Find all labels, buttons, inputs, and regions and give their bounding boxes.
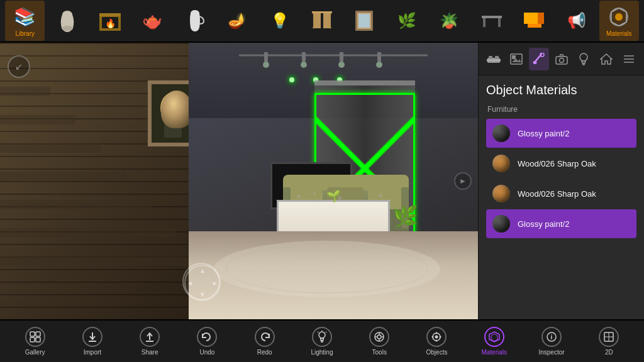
bottom-undo[interactable]: Undo — [179, 322, 235, 361]
bottom-import[interactable]: Import — [65, 322, 120, 361]
bottom-gallery[interactable]: Gallery — [8, 322, 63, 361]
panel-toolbar — [479, 43, 644, 75]
svg-marker-74 — [601, 54, 612, 64]
objects-label: Objects — [426, 349, 448, 356]
panel-sofa-icon[interactable] — [484, 48, 504, 70]
svg-rect-35 — [302, 52, 306, 62]
plant: 🌿 — [393, 204, 418, 228]
share-icon — [140, 327, 160, 347]
svg-point-101 — [436, 340, 438, 342]
svg-point-30 — [160, 92, 186, 124]
toolbar-item-frame[interactable] — [345, 1, 384, 41]
svg-rect-27 — [0, 115, 75, 124]
inspector-icon: i — [541, 327, 562, 347]
material-name-2: Wood/026 Sharp Oak — [518, 159, 630, 168]
toolbar-materials-label: Materials — [606, 30, 632, 37]
bottom-objects[interactable]: Objects — [409, 322, 464, 361]
svg-point-70 — [559, 58, 564, 62]
main-scene[interactable]: 🌿 🌱 ▲ ▼ ◄ ► — [0, 43, 478, 319]
svg-rect-80 — [30, 337, 35, 342]
svg-text:i: i — [551, 334, 553, 341]
lighting-icon — [312, 327, 332, 347]
toolbar-item-box[interactable] — [514, 1, 554, 41]
toolbar-item-table[interactable] — [472, 1, 511, 41]
material-name-1: Glossy paint/2 — [518, 129, 630, 138]
material-item-3[interactable]: Wood/026 Sharp Oak — [486, 179, 636, 208]
svg-rect-18 — [524, 13, 538, 24]
svg-line-91 — [326, 332, 326, 332]
plant1-icon: 🪴 — [437, 9, 461, 33]
material-item-1[interactable]: Glossy paint/2 — [486, 119, 636, 148]
lighting-label: Lighting — [311, 349, 333, 356]
toolbar-item-speaker[interactable]: 📢 — [557, 1, 596, 41]
svg-point-21 — [615, 13, 623, 21]
materials-icon — [607, 5, 631, 29]
svg-rect-79 — [36, 332, 40, 336]
svg-rect-14 — [482, 16, 502, 18]
bottom-materials[interactable]: Materials — [467, 322, 522, 361]
material-ball-1 — [492, 124, 510, 142]
room-interior: 🌿 🌱 — [189, 43, 478, 319]
material-ball-2 — [492, 155, 510, 172]
undo-label: Undo — [199, 349, 214, 356]
pitcher-icon — [183, 9, 207, 33]
toolbar-item-fireplace[interactable]: 🔥 — [90, 1, 130, 41]
toolbar-item-vase[interactable] — [47, 1, 87, 41]
svg-point-48 — [379, 194, 382, 197]
bottom-2d[interactable]: 2D — [581, 322, 636, 361]
toolbar-item-teapot[interactable]: 🫖 — [132, 1, 172, 41]
svg-point-31 — [165, 96, 180, 113]
panel-home-icon[interactable] — [596, 48, 616, 70]
svg-point-93 — [377, 335, 381, 339]
material-item-2[interactable]: Wood/026 Sharp Oak — [486, 149, 636, 178]
svg-point-67 — [533, 61, 536, 64]
bottom-lighting[interactable]: Lighting — [294, 322, 350, 361]
undo-icon — [197, 327, 217, 347]
svg-rect-12 — [358, 14, 370, 28]
toolbar-item-library[interactable]: 📚 Library — [5, 1, 45, 41]
svg-line-90 — [318, 332, 318, 332]
panel-light-icon[interactable] — [574, 48, 594, 70]
svg-rect-7 — [312, 11, 332, 13]
svg-text:►: ► — [212, 280, 218, 287]
toolbar-item-pitcher[interactable] — [175, 1, 214, 41]
box-icon — [522, 9, 546, 33]
svg-text:▲: ▲ — [199, 267, 206, 274]
objects-icon — [426, 327, 447, 347]
navigation-joystick[interactable]: ▲ ▼ ◄ ► — [182, 263, 220, 300]
svg-text:🔥: 🔥 — [105, 18, 116, 29]
svg-point-100 — [436, 332, 438, 334]
panel-brush-icon[interactable] — [529, 48, 549, 70]
bottom-toolbar: Gallery Import Share — [0, 319, 644, 362]
panel-list-icon[interactable] — [619, 48, 639, 70]
bottom-redo[interactable]: Redo — [237, 322, 292, 361]
frame-icon — [352, 9, 376, 33]
svg-rect-15 — [483, 18, 486, 27]
panel-title: Object Materials — [486, 83, 636, 97]
material-name-3: Wood/026 Sharp Oak — [518, 189, 630, 199]
toolbar-item-hand[interactable]: 🌿 — [387, 1, 426, 41]
toolbar-item-plant1[interactable]: 🪴 — [430, 1, 469, 41]
toolbar-item-curtains[interactable] — [302, 1, 341, 41]
back-arrow[interactable]: ↙ — [8, 55, 30, 78]
floor — [189, 231, 478, 319]
bottom-share[interactable]: Share — [122, 322, 177, 361]
panel-camera-icon[interactable] — [552, 48, 572, 70]
fireplace-icon: 🔥 — [98, 9, 122, 33]
toolbar-item-lamp1[interactable]: 🪔 — [217, 1, 257, 41]
svg-rect-16 — [498, 18, 501, 27]
material-item-4[interactable]: Glossy paint/2 — [486, 209, 636, 238]
toolbar-item-lamp2[interactable]: 💡 — [260, 1, 299, 41]
bottom-tools[interactable]: Tools — [352, 322, 407, 361]
speaker-icon: 📢 — [565, 9, 589, 33]
svg-rect-23 — [0, 228, 176, 238]
panel-image-icon[interactable] — [506, 48, 526, 70]
svg-point-102 — [432, 336, 434, 338]
scene-right-arrow[interactable]: ► — [454, 172, 472, 190]
svg-point-1 — [62, 26, 73, 31]
bottom-inspector[interactable]: i Inspector — [524, 322, 579, 361]
toolbar-item-materials[interactable]: Materials — [599, 1, 639, 41]
scene-background: 🌿 🌱 ▲ ▼ ◄ ► — [0, 43, 478, 319]
svg-rect-78 — [30, 332, 35, 336]
svg-point-38 — [263, 62, 269, 68]
